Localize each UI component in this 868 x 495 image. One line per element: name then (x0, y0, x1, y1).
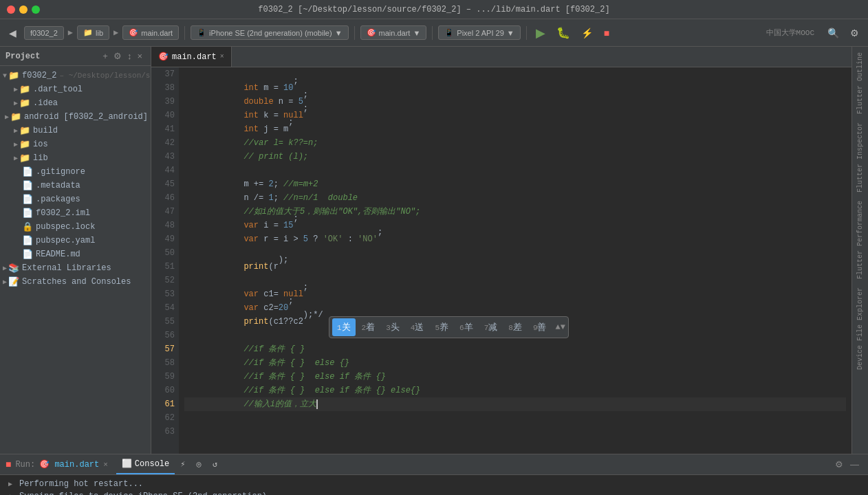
sidebar-add-button[interactable]: + (100, 50, 111, 63)
console-icon-1: ▶ (6, 480, 15, 488)
ln-61: 61 (155, 397, 175, 411)
run-with-coverage-button[interactable]: ⚡ (578, 25, 596, 41)
gitignore-icon: 📄 (22, 166, 33, 177)
ln-40: 40 (155, 109, 175, 122)
inspect-icon: ◎ (197, 459, 202, 470)
sidebar-close-button[interactable]: × (134, 50, 145, 63)
ln-51: 51 (155, 260, 175, 274)
run-file-link[interactable]: 🎯 main.dart (39, 459, 99, 470)
ime-item-8[interactable]: 8差 (503, 318, 527, 336)
ln-49: 49 (155, 232, 175, 246)
ime-item-7[interactable]: 7减 (479, 318, 503, 336)
ln-38: 38 (155, 81, 175, 95)
tree-item-readme[interactable]: 📄 README.md (0, 248, 151, 261)
tree-item-dart-tool[interactable]: ▶ 📁 .dart_tool (0, 82, 151, 96)
tree-label-gitignore: .gitignore (36, 167, 85, 177)
back-button[interactable]: ◀ (6, 25, 20, 41)
tree-item-external-libs[interactable]: ▶ 📚 External Libraries (0, 261, 151, 275)
folder-label: lib (96, 29, 103, 37)
console-icon: ⬜ (122, 459, 132, 469)
tree-path-root: – ~/Desktop/lesson/source/f0302... (59, 72, 151, 80)
ln-53: 53 (155, 287, 175, 301)
stop-button[interactable]: ■ (600, 25, 613, 41)
tree-label-pubspec-lock: pubspec.lock (36, 222, 95, 232)
run-minimize-button[interactable]: — (847, 457, 862, 472)
sidebar-header: Project + ⚙ ↕ × (0, 47, 151, 66)
tree-label-metadata: .metadata (36, 181, 80, 190)
tree-item-gitignore[interactable]: 📄 .gitignore (0, 165, 151, 179)
minimize-button[interactable] (19, 6, 28, 14)
tree-item-iml[interactable]: 📄 f0302_2.iml (0, 206, 151, 220)
code-line-62 (184, 411, 846, 425)
ln-48: 48 (155, 219, 175, 232)
device-selector[interactable]: 📱 iPhone SE (2nd generation) (mobile) ▼ (191, 25, 348, 40)
ime-item-1[interactable]: 1关 (332, 318, 356, 336)
run-close-button[interactable]: × (103, 461, 108, 469)
external-libs-icon: 📚 (8, 263, 19, 274)
title-bar: f0302_2 [~/Desktop/lesson/source/f0302_2… (0, 0, 868, 19)
run-settings-button[interactable]: ⚙ (832, 457, 847, 472)
folder-button[interactable]: 📁 lib (77, 25, 109, 40)
tree-item-lib[interactable]: ▶ 📁 lib (0, 151, 151, 165)
flutter-outline-tab[interactable]: Flutter Outline (855, 50, 865, 117)
search-everywhere-button[interactable]: 🔍 (824, 25, 843, 41)
ime-scroll-arrow[interactable]: ▲▼ (555, 322, 565, 332)
tree-item-metadata[interactable]: 📄 .metadata (0, 179, 151, 192)
run-stop-button[interactable]: ■ (6, 459, 11, 470)
debug-button[interactable]: 🐛 (553, 24, 574, 41)
ime-item-9[interactable]: 9善 (528, 318, 552, 336)
mooc-logo: 中国大学MOOC (766, 28, 814, 38)
tree-item-ios[interactable]: ▶ 📁 ios (0, 138, 151, 151)
code-line-37 (184, 67, 846, 81)
tree-label-lib: lib (33, 153, 48, 163)
ime-item-5[interactable]: 5养 (430, 318, 453, 336)
sidebar-settings-button[interactable]: ⚙ (111, 50, 124, 63)
tab-close-button[interactable]: × (220, 53, 224, 60)
right-panel: Flutter Outline Flutter Inspector Flutte… (851, 47, 868, 454)
code-editor[interactable]: 37 38 39 40 41 42 43 44 45 46 47 48 49 5… (151, 67, 851, 454)
console-tab[interactable]: ⬜ Console (116, 454, 175, 474)
code-line-63 (184, 425, 846, 439)
inspect-tab[interactable]: ◎ (191, 454, 207, 474)
main-toolbar: ◀ f0302_2 ▶ 📁 lib ▶ 🎯 main.dart 📱 iPhone… (0, 19, 868, 47)
run-button[interactable]: ▶ (532, 23, 549, 43)
tree-item-root[interactable]: ▼ 📁 f0302_2 – ~/Desktop/lesson/source/f0… (0, 69, 151, 82)
tree-item-android[interactable]: ▶ 📁 android [f0302_2_android] (0, 110, 151, 124)
ln-59: 59 (155, 370, 175, 384)
code-content[interactable]: int m = 10; double n = 5; int k = null; … (179, 67, 851, 454)
close-button[interactable] (7, 6, 15, 14)
sidebar-sort-button[interactable]: ↕ (124, 50, 135, 63)
tree-label-pubspec-yaml: pubspec.yaml (36, 236, 95, 245)
flutter-inspector-tab[interactable]: Flutter Inspector (855, 120, 865, 195)
run-config-selector[interactable]: 🎯 main.dart ▼ (360, 25, 427, 40)
code-line-42: //var l= k??=n; (184, 136, 846, 150)
ime-item-4[interactable]: 4送 (406, 318, 429, 336)
flutter-performance-tab[interactable]: Flutter Performance (855, 198, 865, 282)
tree-item-scratches[interactable]: ▶ 📝 Scratches and Consoles (0, 275, 151, 289)
maximize-button[interactable] (32, 6, 40, 14)
tree-label-external-libs: External Libraries (22, 263, 111, 273)
code-line-45: m += 2; //m=m+2 (184, 177, 846, 191)
tree-item-idea[interactable]: ▶ 📁 .idea (0, 96, 151, 110)
tree-item-build[interactable]: ▶ 📁 build (0, 124, 151, 138)
file-button[interactable]: 🎯 main.dart (122, 25, 179, 40)
tree-item-pubspec-lock[interactable]: 🔒 pubspec.lock (0, 220, 151, 234)
tree-item-packages[interactable]: 📄 .packages (0, 192, 151, 206)
project-root-button[interactable]: f0302_2 (24, 26, 64, 40)
emulator-selector[interactable]: 📱 Pixel 2 API 29 ▼ (438, 25, 520, 40)
ime-item-6[interactable]: 6羊 (455, 318, 478, 336)
tree-item-pubspec-yaml[interactable]: 📄 pubspec.yaml (0, 234, 151, 248)
tab-main-dart[interactable]: 🎯 main.dart × (151, 47, 232, 67)
device-file-explorer-tab[interactable]: Device File Explorer (855, 285, 865, 373)
code-line-39: double n = 5; (184, 95, 846, 109)
settings-button[interactable]: ⚙ (847, 25, 862, 41)
ln-44: 44 (155, 164, 175, 177)
ln-41: 41 (155, 122, 175, 136)
metadata-icon: 📄 (22, 180, 33, 191)
code-line-51: print(r); (184, 260, 846, 274)
tree-label-android: android [f0302_2_android] (24, 112, 148, 122)
reload-tab[interactable]: ↺ (207, 454, 223, 474)
ime-item-3[interactable]: 3头 (381, 318, 404, 336)
ime-item-2[interactable]: 2着 (357, 318, 380, 336)
hot-reload-tab[interactable]: ⚡ (175, 454, 191, 474)
